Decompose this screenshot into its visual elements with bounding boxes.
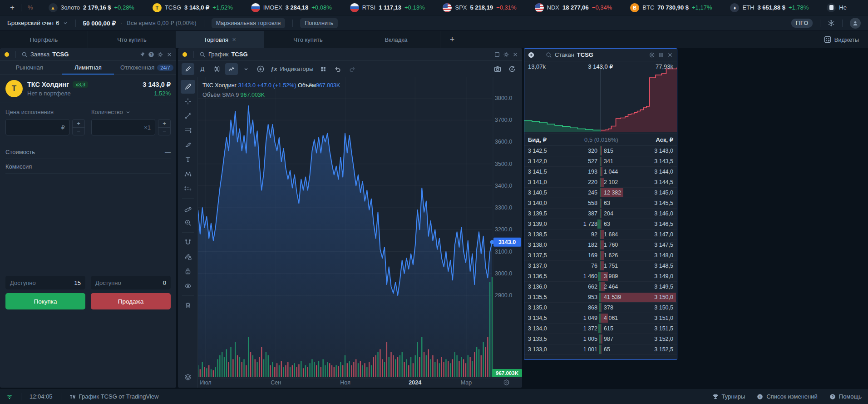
- order-type-tab[interactable]: Рыночная: [0, 61, 59, 74]
- orderbook-row[interactable]: 3 137,51691 6263 148,0: [524, 250, 677, 261]
- profile-avatar[interactable]: [850, 18, 861, 29]
- qty-input[interactable]: [96, 124, 144, 131]
- close-icon[interactable]: [667, 52, 673, 58]
- add-tab-button[interactable]: +: [440, 31, 464, 48]
- order-type-tab[interactable]: Лимитная: [59, 61, 117, 74]
- instrument-summary[interactable]: T ТКС Холдинг x3,3 Нет в портфеле 3 143,…: [0, 75, 176, 103]
- style-dropdown-chevron[interactable]: [240, 63, 252, 75]
- account-selector[interactable]: Брокерский счет 6: [7, 20, 68, 26]
- help-icon[interactable]: [148, 51, 154, 58]
- line-style-button[interactable]: [225, 63, 238, 75]
- help-link[interactable]: Помощь: [829, 393, 862, 400]
- fifo-badge[interactable]: FIFO: [791, 19, 813, 28]
- ticker-item[interactable]: Не: [827, 3, 847, 12]
- ticker-item[interactable]: NDX18 277,06−0,34%: [535, 3, 612, 12]
- indicators-button[interactable]: ƒx Индикаторы: [269, 63, 315, 75]
- panel-ticker[interactable]: TCSG: [52, 51, 69, 58]
- price-chart[interactable]: 3800.03700.03600.03500.03400.03300.03200…: [198, 77, 522, 388]
- ticker-item[interactable]: SPX5 218,19−0,31%: [443, 3, 516, 12]
- snowflake-icon[interactable]: [828, 20, 835, 27]
- orderbook-row[interactable]: 3 142,05273413 143,5: [524, 156, 677, 167]
- chevron-down-icon[interactable]: [125, 110, 131, 115]
- price-input[interactable]: [10, 124, 61, 131]
- orderbook-row[interactable]: 3 140,0558633 145,5: [524, 198, 677, 209]
- orderbook-row[interactable]: 3 133,51 0059873 152,0: [524, 334, 677, 344]
- orderbook-row[interactable]: 3 137,0761 7513 148,5: [524, 261, 677, 271]
- orderbook-row[interactable]: 3 135,595341 5393 150,0: [524, 292, 677, 303]
- remove-drawings-tool[interactable]: [181, 299, 195, 312]
- link-group-dot[interactable]: [182, 52, 187, 57]
- buy-button[interactable]: Покупка: [5, 293, 85, 309]
- orderbook-row[interactable]: 3 135,08683783 150,5: [524, 303, 677, 313]
- margin-trading-button[interactable]: Маржинальная торговля: [212, 18, 286, 28]
- workspace-tab[interactable]: Что купить ✕: [264, 31, 352, 48]
- gear-icon[interactable]: [157, 51, 163, 58]
- connection-wifi-icon[interactable]: [6, 394, 13, 400]
- close-icon[interactable]: [166, 51, 173, 58]
- pause-icon[interactable]: [658, 52, 664, 58]
- tradingview-attribution[interactable]: График TCSG от TradingView: [69, 393, 159, 400]
- text-tool[interactable]: [181, 153, 195, 166]
- search-icon[interactable]: [546, 52, 552, 58]
- close-icon[interactable]: [512, 51, 518, 58]
- legend-instrument[interactable]: ТКС Холдинг: [202, 82, 237, 89]
- workspace-tab[interactable]: Торговля ✕: [176, 31, 264, 48]
- ticker-item[interactable]: RTSI1 117,13+0,13%: [350, 3, 425, 12]
- compare-add-button[interactable]: [254, 63, 267, 75]
- orderbook-row[interactable]: 3 134,01 3726153 151,5: [524, 324, 677, 334]
- qty-plus-button[interactable]: +: [158, 120, 170, 128]
- orderbook-row[interactable]: 3 138,01821 7603 147,5: [524, 240, 677, 250]
- order-type-tab[interactable]: Отложенная24/7: [118, 61, 176, 74]
- orderbook-row[interactable]: 3 142,53208153 143,0: [524, 146, 677, 156]
- orderbook-row[interactable]: 3 136,51 4603 9893 149,0: [524, 271, 677, 282]
- orderbook-row[interactable]: 3 139,01 728633 146,5: [524, 219, 677, 229]
- sell-button[interactable]: Продажа: [91, 293, 171, 309]
- reset-chart-button[interactable]: [506, 63, 518, 75]
- lock-all-tool[interactable]: [181, 264, 195, 278]
- workspace-tab[interactable]: Что купить ✕: [88, 31, 176, 48]
- changelog-link[interactable]: Список изменений: [757, 393, 817, 400]
- drawing-lock-tool[interactable]: [181, 250, 195, 264]
- orderbook-row[interactable]: 3 134,51 0494 0613 151,0: [524, 313, 677, 324]
- percent-mode-toggle[interactable]: %: [24, 4, 37, 11]
- ticker-item[interactable]: TTCSG3 143,0 ₽+1,52%: [153, 3, 233, 12]
- orderbook-row[interactable]: 3 140,524512 3823 145,0: [524, 188, 677, 198]
- candles-style-button[interactable]: [211, 63, 223, 75]
- tournaments-link[interactable]: Турниры: [712, 393, 745, 400]
- pencil-tool[interactable]: [181, 80, 195, 94]
- parallel-channel-tool[interactable]: [181, 124, 195, 137]
- ruler-tool[interactable]: [181, 201, 195, 215]
- orderbook-row[interactable]: 3 136,06622 4643 149,5: [524, 282, 677, 292]
- search-icon[interactable]: [199, 51, 206, 58]
- zoom-in-tool[interactable]: [181, 216, 195, 229]
- redo-button[interactable]: [346, 63, 359, 75]
- ticker-item[interactable]: BBTC70 730,90 $+1,17%: [630, 3, 712, 12]
- qty-minus-button[interactable]: −: [158, 128, 170, 135]
- search-icon[interactable]: [21, 51, 28, 58]
- chart-plot-area[interactable]: ТКС Холдинг 3143.0 +47.0 (+1.52%) Объём9…: [198, 77, 522, 388]
- pin-icon[interactable]: [139, 51, 145, 58]
- orderbook-row[interactable]: 3 141,02202 1023 144,5: [524, 177, 677, 188]
- link-group-dot[interactable]: [5, 52, 9, 57]
- ticker-item[interactable]: IMOEX3 284,18+0,08%: [251, 3, 332, 12]
- forecast-tool[interactable]: [181, 182, 195, 195]
- add-ticker-button[interactable]: +: [6, 3, 18, 12]
- orderbook-row[interactable]: 3 141,51931 0443 144,0: [524, 167, 677, 177]
- orderbook-row[interactable]: 3 139,53872043 146,0: [524, 209, 677, 219]
- ticker-item[interactable]: ♦ETH3 651,88 $+1,78%: [730, 3, 809, 12]
- panel-ticker[interactable]: TCSG: [231, 51, 247, 58]
- panel-ticker[interactable]: TCSG: [577, 51, 593, 58]
- hide-drawings-tool[interactable]: [181, 279, 195, 293]
- workspace-tab[interactable]: Вкладка ✕: [352, 31, 440, 48]
- link-instrument-icon[interactable]: [528, 52, 534, 58]
- price-plus-button[interactable]: +: [73, 120, 84, 128]
- object-tree-tool[interactable]: [181, 370, 195, 384]
- gear-icon[interactable]: [649, 52, 655, 58]
- snapshot-camera-button[interactable]: [491, 63, 504, 75]
- brush-tool[interactable]: [181, 138, 195, 152]
- depth-chart[interactable]: 13,07k 3 143,0 ₽ 77,93k: [524, 61, 677, 134]
- workspace-tab[interactable]: Портфель ✕: [0, 31, 88, 48]
- ticker-item[interactable]: ▲Золото2 179,16 $+0,28%: [49, 3, 134, 12]
- topup-button[interactable]: Пополнить: [300, 18, 338, 28]
- restore-icon[interactable]: [494, 51, 500, 58]
